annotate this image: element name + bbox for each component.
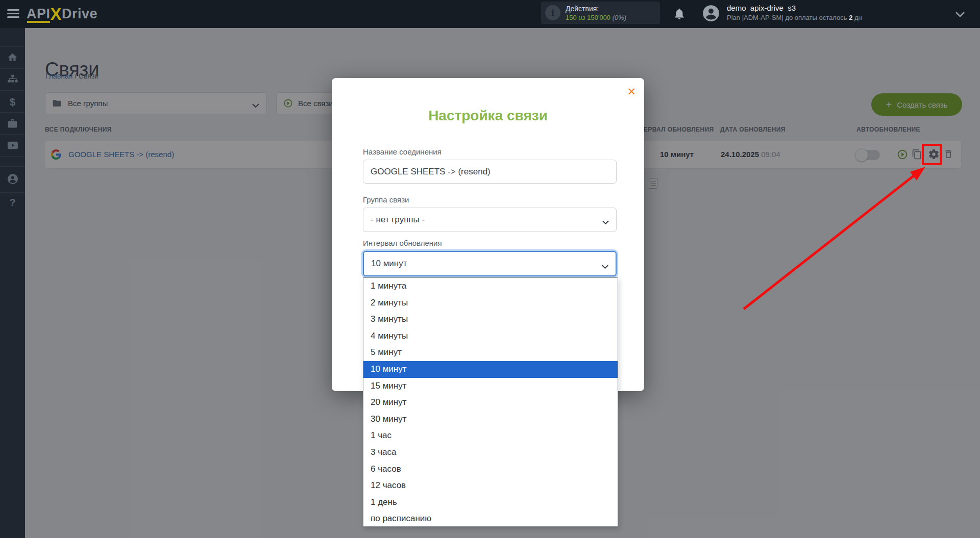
interval-option[interactable]: 30 минут — [363, 411, 618, 428]
link-group-select[interactable]: - нет группы - — [363, 208, 617, 232]
actions-label: Действия: — [566, 5, 599, 13]
interval-option[interactable]: 5 минут — [363, 344, 618, 361]
interval-option[interactable]: 4 минуты — [363, 328, 618, 345]
user-name: demo_apix-drive_s3 — [727, 4, 796, 12]
annotation-red-highlight-box — [922, 144, 942, 165]
interval-option[interactable]: 15 минут — [363, 378, 618, 395]
interval-option[interactable]: 2 минуты — [363, 295, 618, 312]
notifications-bell-icon[interactable] — [673, 7, 686, 20]
actions-counter: 150 из 150'000 (0%) — [566, 14, 626, 21]
sidebar-item-billing[interactable]: $ — [0, 96, 25, 109]
user-avatar[interactable] — [701, 4, 721, 23]
modal-title: Настройка связи — [332, 108, 644, 124]
connection-name-input[interactable] — [363, 160, 617, 184]
sidebar-item-video[interactable] — [0, 141, 25, 152]
info-icon: i — [545, 5, 560, 20]
app-logo: APIXDrive — [27, 5, 97, 24]
sidebar-item-home[interactable] — [0, 52, 25, 65]
interval-option[interactable]: 3 минуты — [363, 311, 618, 328]
actions-used: 150 — [566, 14, 577, 21]
interval-option[interactable]: 12 часов — [363, 477, 618, 494]
update-interval-value: 10 минут — [371, 252, 407, 275]
app-window: APIXDrive i Действия: 150 из 150'000 (0%… — [0, 0, 980, 538]
link-group-value: - нет группы - — [371, 208, 425, 232]
user-menu-chevron-down-icon[interactable] — [955, 10, 965, 16]
actions-of-word: из — [578, 14, 585, 21]
sidebar-item-services[interactable] — [0, 118, 25, 131]
dollar-icon: $ — [10, 96, 15, 108]
sidebar-item-account[interactable] — [0, 173, 25, 187]
sidebar-nav: $ ? — [0, 28, 25, 538]
interval-option[interactable]: 3 часа — [363, 444, 618, 461]
connection-name-label: Название соединения — [363, 147, 442, 156]
close-icon[interactable]: ✕ — [627, 86, 636, 97]
plan-text: Plan |ADM-AP-SM| до оплаты осталось — [727, 14, 847, 21]
question-icon: ? — [9, 197, 15, 208]
actions-counter-block: i Действия: 150 из 150'000 (0%) — [541, 2, 660, 24]
logo-text-drive: Drive — [62, 6, 97, 21]
chevron-down-icon — [602, 218, 609, 227]
plan-days-unit: дн — [854, 14, 862, 21]
update-interval-select[interactable]: 10 минут — [363, 251, 617, 276]
user-plan: Plan |ADM-AP-SM| до оплаты осталось 2 дн — [727, 14, 862, 21]
actions-total: 150'000 — [587, 14, 610, 21]
hamburger-menu-icon[interactable] — [7, 9, 19, 18]
sidebar-item-connections[interactable] — [0, 74, 25, 87]
link-group-label: Группа связи — [363, 195, 409, 204]
logo-text-x: X — [51, 5, 62, 23]
sidebar-item-help[interactable]: ? — [0, 197, 25, 209]
interval-option[interactable]: 1 день — [363, 494, 618, 511]
interval-option[interactable]: 20 минут — [363, 394, 618, 411]
interval-options-list: 1 минута2 минуты3 минуты4 минуты5 минут1… — [363, 277, 618, 527]
chevron-down-icon — [602, 262, 608, 271]
interval-option[interactable]: 6 часов — [363, 461, 618, 478]
actions-percent: (0%) — [612, 14, 626, 21]
top-bar: APIXDrive i Действия: 150 из 150'000 (0%… — [0, 0, 980, 28]
update-interval-label: Интервал обновления — [363, 239, 442, 247]
interval-option[interactable]: 1 минута — [363, 278, 618, 295]
interval-option[interactable]: по расписанию — [363, 510, 618, 527]
interval-option[interactable]: 1 час — [363, 427, 618, 444]
logo-text-api: API — [27, 6, 51, 22]
plan-days: 2 — [849, 14, 852, 21]
interval-option[interactable]: 10 минут — [363, 361, 618, 378]
